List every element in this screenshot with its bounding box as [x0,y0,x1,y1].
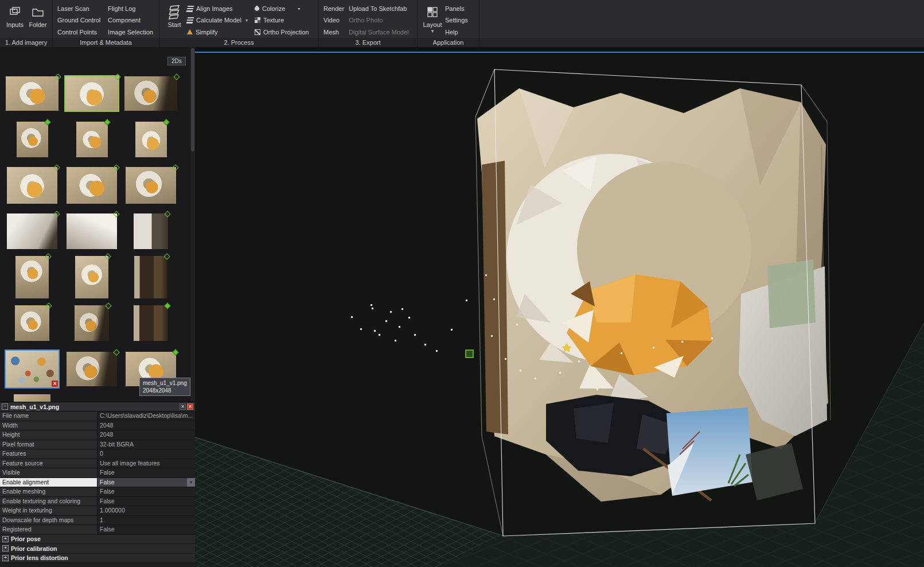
image-thumbnail[interactable] [126,167,176,204]
component-button[interactable]: Component [107,14,157,26]
property-value[interactable]: False▾ [98,478,195,487]
alignment-status-icon [105,302,111,309]
inputs-button[interactable]: Inputs [3,2,26,38]
property-label: Enable meshing [0,487,98,496]
image-thumbnail[interactable] [124,76,177,111]
image-thumbnail[interactable] [15,256,49,298]
property-value[interactable]: 2048 [98,430,195,440]
expand-plus-icon[interactable]: + [2,536,9,542]
chevron-down-icon[interactable]: ▾ [245,18,248,23]
image-thumbnail[interactable] [65,76,118,111]
property-row[interactable]: Enable meshingFalse [0,487,195,497]
property-value[interactable]: C:\Users\slavadiz\Desktop\lisa\m... [98,411,195,421]
panels-button[interactable]: Panels [444,3,471,14]
property-row[interactable]: VisibleFalse [0,468,195,478]
tab-2ds[interactable]: 2Ds [167,57,186,65]
alignment-status-icon [173,73,180,80]
property-row[interactable]: Downscale for depth maps1 [0,516,195,526]
control-points-button[interactable]: Control Points [56,26,107,38]
disabled-x-icon: ✕ [52,380,58,387]
properties-header: − mesh_u1_v1.png ✕ ✕ [0,402,195,411]
image-thumbnail[interactable] [135,122,167,157]
image-thumbnail[interactable] [15,305,49,341]
viewport-3d[interactable] [195,47,924,567]
property-value[interactable]: 2048 [98,421,195,430]
start-button[interactable]: Start [163,2,186,38]
image-thumbnail[interactable] [7,167,57,204]
property-value[interactable]: 1.000000 [98,506,195,515]
image-thumbnail[interactable] [7,213,57,249]
chevron-down-icon[interactable]: ▾ [431,28,434,34]
property-group-expander[interactable]: +Prior pose [0,535,195,545]
folder-button[interactable]: Folder [26,2,49,38]
expand-plus-icon[interactable]: + [2,555,9,561]
settings-button[interactable]: Settings [444,14,471,26]
image-thumbnail[interactable] [67,167,117,204]
mesh-button[interactable]: Mesh [322,26,348,38]
property-value[interactable]: False [98,525,195,534]
image-thumbnail[interactable] [76,122,108,157]
layout-button[interactable]: Layout ▾ [421,2,444,38]
texture-button[interactable]: Texture [254,14,312,26]
image-thumbnail[interactable] [14,394,50,402]
align-images-button[interactable]: Align Images [186,3,254,14]
ortho-projection-button[interactable]: Ortho Projection [254,26,312,38]
image-thumbnail[interactable] [75,256,108,298]
image-thumbnail[interactable] [67,352,117,386]
ground-control-button[interactable]: Ground Control [56,14,107,26]
alignment-status-icon [104,119,110,125]
property-value[interactable]: False [98,497,195,506]
layout-icon [427,4,438,20]
property-row[interactable]: Width2048 [0,421,195,431]
property-row[interactable]: Enable texturing and coloringFalse [0,497,195,507]
property-value[interactable]: 32-bit BGRA [98,440,195,449]
colorize-button[interactable]: Colorize ▾ [254,3,312,14]
property-value[interactable]: Use all image features [98,459,195,468]
property-row[interactable]: Feature sourceUse all image features [0,459,195,469]
close-red-icon[interactable]: ✕ [187,403,193,410]
thumbnail-scrollbar[interactable] [190,47,195,402]
property-row[interactable]: Weight in texturing1.000000 [0,506,195,516]
laser-scan-button[interactable]: Laser Scan [56,3,107,14]
video-button[interactable]: Video [322,14,348,26]
alignment-status-icon [172,164,178,170]
property-value[interactable]: False [98,468,195,477]
property-label: Enable alignment [0,478,98,487]
property-value[interactable]: 1 [98,516,195,525]
calculate-model-button[interactable]: Calculate Model ▾ [186,14,254,26]
image-thumbnail[interactable] [134,213,168,249]
property-row[interactable]: Pixel format32-bit BGRA [0,440,195,450]
image-selection-button[interactable]: Image Selection [107,26,157,38]
flight-log-button[interactable]: Flight Log [107,3,157,14]
property-row[interactable]: RegisteredFalse [0,525,195,535]
image-thumbnail[interactable] [17,122,48,157]
property-group-expander[interactable]: +Prior lens distortion [0,554,195,564]
property-row[interactable]: Height2048 [0,430,195,440]
property-group-expander[interactable]: +Prior calibration [0,544,195,554]
render-button[interactable]: Render [322,3,348,14]
property-row[interactable]: File nameC:\Users\slavadiz\Desktop\lisa\… [0,411,195,421]
folder-icon [32,4,44,20]
property-value[interactable]: 0 [98,449,195,459]
ribbon-group-application: Layout ▾ Panels Settings Help [418,0,479,38]
image-thumbnail[interactable] [134,305,168,341]
property-row[interactable]: Enable alignmentFalse▾ [0,478,195,488]
property-row[interactable]: Features0 [0,449,195,459]
collapse-icon[interactable]: − [2,403,8,410]
scene-canvas[interactable] [195,53,924,567]
alignment-status-icon [45,302,52,309]
dropdown-arrow-icon[interactable]: ▾ [187,478,195,487]
upload-to-sketchfab-button[interactable]: Upload To Sketchfab [348,3,412,14]
image-thumbnail[interactable] [134,256,167,298]
image-thumbnail[interactable] [75,305,109,341]
image-thumbnail[interactable]: ✕ [6,351,59,387]
close-icon[interactable]: ✕ [180,403,186,410]
chevron-down-icon[interactable]: ▾ [298,6,300,11]
simplify-button[interactable]: Simplify [186,26,254,38]
image-thumbnail[interactable] [6,76,59,111]
help-button[interactable]: Help [444,26,471,38]
expand-plus-icon[interactable]: + [2,545,9,552]
property-label: Pixel format [0,440,98,449]
image-thumbnail[interactable] [67,213,117,249]
property-value[interactable]: False [98,487,195,496]
